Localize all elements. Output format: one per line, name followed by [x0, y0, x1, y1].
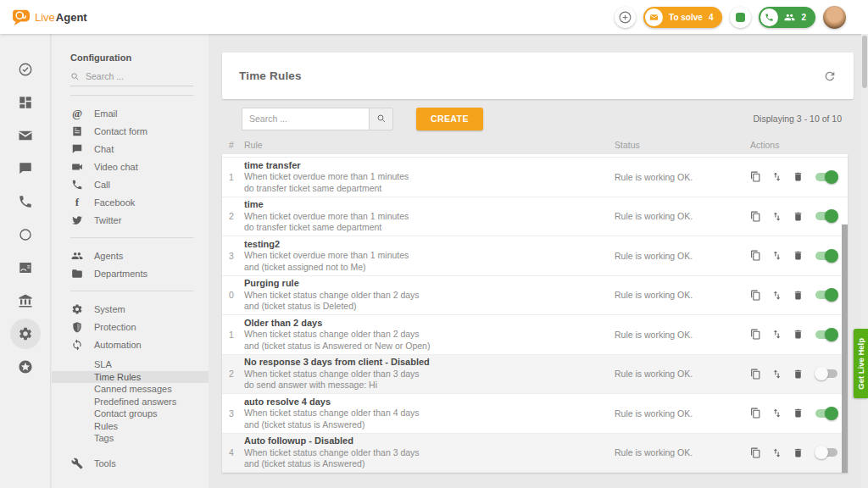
- table-row[interactable]: 2 time When ticket overdue more than 1 m…: [222, 197, 848, 237]
- copy-icon[interactable]: [750, 329, 761, 340]
- page-header-card: Time Rules: [222, 53, 854, 99]
- delete-icon[interactable]: [793, 447, 804, 458]
- enable-toggle[interactable]: [815, 330, 837, 339]
- reorder-icon[interactable]: [771, 408, 782, 419]
- table-row[interactable]: 1 time transfer When ticket overdue more…: [222, 158, 848, 197]
- delete-icon[interactable]: [793, 329, 804, 340]
- table-row[interactable]: 3 testing2 When ticket overdue more than…: [222, 236, 848, 276]
- sidebar-item-video-chat[interactable]: Video chat: [52, 158, 209, 175]
- sidebar-item-contact-form[interactable]: Contact form: [52, 122, 209, 140]
- to-solve-button[interactable]: To solve 4: [643, 7, 722, 28]
- rule-status: Rule is working OK.: [615, 330, 750, 340]
- reorder-icon[interactable]: [771, 211, 782, 222]
- add-button[interactable]: [615, 7, 636, 28]
- sidebar-item-protection[interactable]: Protection: [52, 318, 209, 336]
- rail-item-tickets[interactable]: [10, 54, 41, 85]
- delete-icon[interactable]: [793, 369, 804, 380]
- circle-icon: [18, 227, 33, 242]
- rail-item-online[interactable]: [10, 219, 41, 250]
- sidebar-search-input[interactable]: [86, 71, 187, 81]
- rail-item-billing[interactable]: [10, 286, 41, 316]
- enable-toggle[interactable]: [815, 291, 837, 299]
- sidebar-item-agents[interactable]: Agents: [52, 247, 209, 264]
- sidebar-item-contact-groups[interactable]: Contact groups: [52, 408, 209, 420]
- delete-icon[interactable]: [793, 171, 804, 182]
- table-row[interactable]: 4 Auto followup - Disabled When ticket s…: [222, 434, 848, 474]
- window-scrollbar[interactable]: [861, 34, 868, 488]
- reorder-icon[interactable]: [771, 447, 782, 458]
- sidebar-item-system[interactable]: System: [52, 300, 209, 318]
- copy-icon[interactable]: [750, 211, 761, 222]
- reorder-icon[interactable]: [771, 171, 782, 182]
- sidebar-item-rules[interactable]: Rules: [52, 420, 209, 433]
- sidebar-item-chat[interactable]: Chat: [52, 140, 209, 158]
- sidebar-item-tools[interactable]: Tools: [52, 455, 209, 473]
- table-row[interactable]: 3 auto resolve 4 days When ticket status…: [222, 394, 848, 434]
- liveagent-logo[interactable]: Live Agent: [0, 8, 87, 25]
- reorder-icon[interactable]: [771, 329, 782, 340]
- enable-toggle[interactable]: [815, 448, 837, 457]
- sidebar-item-facebook[interactable]: fFacebook: [52, 193, 209, 211]
- enable-toggle[interactable]: [815, 173, 837, 181]
- copy-icon[interactable]: [750, 171, 761, 182]
- sidebar-item-call[interactable]: Call: [52, 175, 209, 193]
- enable-toggle[interactable]: [815, 369, 837, 378]
- star-circle-icon: [18, 359, 33, 374]
- delete-icon[interactable]: [793, 290, 804, 301]
- copy-icon[interactable]: [750, 447, 761, 458]
- rail-item-mail[interactable]: [10, 120, 41, 151]
- rail-item-call[interactable]: [10, 186, 41, 217]
- topbar-actions: To solve 4 2: [615, 6, 868, 29]
- copy-icon[interactable]: [750, 408, 761, 419]
- sidebar-item-canned-messages[interactable]: Canned messages: [52, 383, 209, 396]
- rules-search-input[interactable]: [242, 108, 369, 130]
- sidebar-item-automation[interactable]: Automation: [52, 336, 209, 353]
- delete-icon[interactable]: [793, 211, 804, 222]
- enable-toggle[interactable]: [815, 252, 837, 260]
- sidebar-item-tags[interactable]: Tags: [52, 432, 209, 445]
- copy-icon[interactable]: [750, 369, 761, 380]
- search-icon: [376, 114, 387, 124]
- rule-status: Rule is working OK.: [615, 369, 750, 379]
- sidebar-item-email[interactable]: @Email: [52, 104, 209, 122]
- sidebar-item-departments[interactable]: Departments: [52, 264, 209, 282]
- rule-order: 3: [229, 251, 244, 261]
- to-solve-label: To solve: [669, 13, 703, 22]
- user-avatar[interactable]: [823, 6, 846, 29]
- calls-button[interactable]: 2: [759, 7, 815, 28]
- rail-item-dashboard[interactable]: [10, 87, 41, 118]
- refresh-icon[interactable]: [823, 69, 837, 83]
- enable-toggle[interactable]: [815, 212, 837, 220]
- enable-toggle[interactable]: [815, 409, 837, 418]
- delete-icon[interactable]: [793, 250, 804, 261]
- sidebar-item-twitter[interactable]: Twitter: [52, 211, 209, 229]
- rail-item-chat[interactable]: [10, 153, 41, 184]
- table-row[interactable]: 0 Purging rule When ticket status change…: [222, 276, 848, 316]
- get-live-help-button[interactable]: Get Live Help: [854, 329, 868, 398]
- reorder-icon[interactable]: [771, 290, 782, 301]
- rail-item-contacts[interactable]: [10, 252, 41, 283]
- sidebar-item-time-rules[interactable]: Time Rules: [52, 371, 209, 384]
- copy-icon[interactable]: [750, 250, 761, 261]
- create-button[interactable]: CREATE: [416, 108, 483, 130]
- copy-icon[interactable]: [750, 290, 761, 301]
- table-row[interactable]: 2 No response 3 days from client - Disab…: [222, 355, 848, 395]
- scrollbar-thumb[interactable]: [862, 36, 867, 88]
- gear-icon: [71, 303, 83, 315]
- rule-name: Older than 2 days: [244, 318, 615, 330]
- sidebar-item-predefined-answers[interactable]: Predefined answers: [52, 396, 209, 408]
- rail-item-gamification[interactable]: [10, 352, 41, 382]
- rules-table-body: 1 time transfer When ticket overdue more…: [222, 158, 848, 473]
- table-row[interactable]: 1 Older than 2 days When ticket status c…: [222, 315, 848, 355]
- reorder-icon[interactable]: [771, 250, 782, 261]
- rules-search-button[interactable]: [369, 108, 393, 130]
- main-content: Time Rules CREATE Displaying 3 - 10 of 1…: [209, 34, 868, 488]
- delete-icon[interactable]: [793, 408, 804, 419]
- toggle-knob: [825, 407, 838, 420]
- sidebar-item-sla[interactable]: SLA: [52, 358, 209, 371]
- chat-status-button[interactable]: [730, 7, 751, 28]
- rule-name: Purging rule: [244, 278, 615, 290]
- reorder-icon[interactable]: [771, 369, 782, 380]
- rail-item-settings[interactable]: [10, 319, 41, 349]
- table-scrollbar[interactable]: [842, 225, 848, 473]
